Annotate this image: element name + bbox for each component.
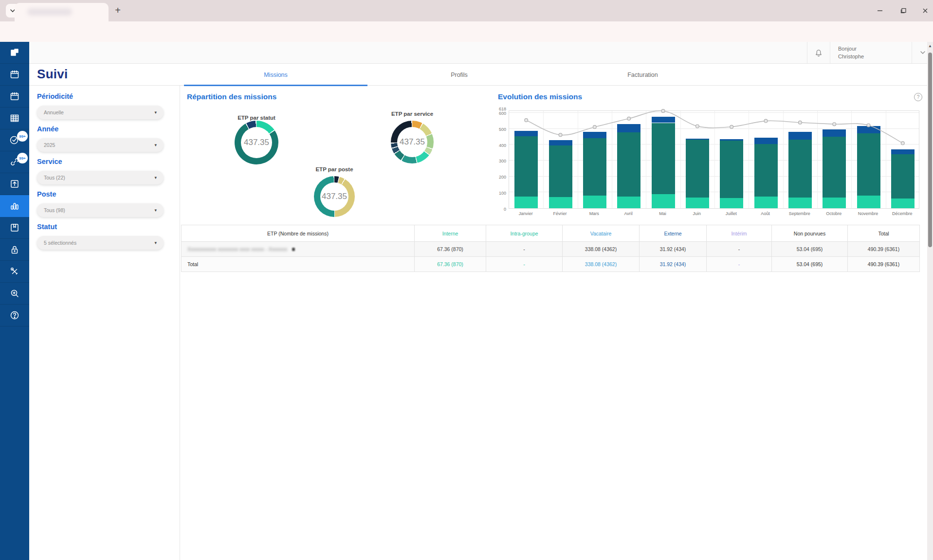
donut-chart-3[interactable]: 437.35 <box>314 176 355 217</box>
lock-icon <box>9 244 20 255</box>
donut-chart-1[interactable]: 437.35 <box>235 121 278 164</box>
sidebar-item-check-circle[interactable]: 99+ <box>0 129 29 151</box>
new-tab-button[interactable]: + <box>112 4 124 16</box>
donut-title-2: ETP par service <box>373 111 451 117</box>
browser-toolbar: ☆ ⋮ <box>0 21 933 42</box>
column-header-total: Total <box>847 225 919 241</box>
line-marker-juillet[interactable] <box>730 125 733 128</box>
sidebar-item-tools[interactable] <box>0 261 29 283</box>
notifications-cell[interactable] <box>807 42 830 63</box>
sidebar-item-bookmark[interactable] <box>0 217 29 239</box>
y-axis-label-200: 200 <box>488 175 506 180</box>
column-header-intra-groupe: Intra-groupe <box>486 225 562 241</box>
sidebar-item-bar-chart[interactable] <box>0 195 29 217</box>
sidebar-item-help[interactable] <box>0 305 29 326</box>
help-icon <box>9 309 20 321</box>
x-axis-label-avril: Avril <box>611 211 645 216</box>
line-marker-septembre[interactable] <box>798 121 802 124</box>
chevron-down-icon: ▾ <box>154 240 157 245</box>
chevron-down-icon: ▾ <box>154 208 157 213</box>
column-header-interne: Interne <box>414 225 486 241</box>
table-row: Xxxxxxxxxxx xxxxxxxx xxxx xxxxx - Xxxxxx… <box>182 241 919 256</box>
filter-value: Tous (22) <box>44 175 65 181</box>
filter-panel: PériodicitéAnnuelle▾Année2025▾ServiceTou… <box>29 86 180 560</box>
total-cell: 338.08 (4362) <box>562 256 639 271</box>
tab-missions[interactable]: Missions <box>184 64 367 86</box>
missions-table: ETP (Nombre de missions)InterneIntra-gro… <box>181 225 920 272</box>
browser-tab-strip: + <box>0 0 933 21</box>
sidebar-item-box-upload[interactable] <box>0 173 29 195</box>
chevron-down-icon: ▾ <box>154 110 157 115</box>
table-header-row: ETP (Nombre de missions)InterneIntra-gro… <box>182 225 919 241</box>
filter-value: 5 sélectionnés <box>44 240 76 246</box>
sidebar-item-calendar[interactable] <box>0 64 29 86</box>
column-header-non-pourvues: Non pourvues <box>771 225 847 241</box>
donut-chart-2[interactable]: 437.35 <box>391 121 434 163</box>
page-title: Suivi <box>37 67 68 82</box>
sidebar-item-spreadsheet[interactable] <box>0 108 29 129</box>
filter-dropdown-5[interactable]: 5 sélectionnés▾ <box>37 236 164 250</box>
y-axis-label-400: 400 <box>488 143 506 148</box>
column-header-externe: Externe <box>639 225 706 241</box>
donut-title-3: ETP par poste <box>295 166 373 172</box>
greeting: Bonjour Christophe <box>838 45 864 60</box>
chevron-down-icon: ▾ <box>154 143 157 147</box>
line-marker-octobre[interactable] <box>833 123 836 126</box>
filter-dropdown-3[interactable]: Tous (22)▾ <box>37 171 164 184</box>
calendar-icon <box>9 69 20 80</box>
line-marker-août[interactable] <box>764 119 768 123</box>
establishment-name-cell[interactable]: Xxxxxxxxxxx xxxxxxxx xxxx xxxxx - Xxxxxx… <box>182 241 414 256</box>
line-marker-mars[interactable] <box>593 126 596 129</box>
line-marker-juin[interactable] <box>695 125 699 128</box>
column-header-int-rim: Intérim <box>706 225 771 241</box>
sidebar-item-app-logo[interactable] <box>0 42 29 64</box>
sidebar-item-calendar-alt[interactable] <box>0 86 29 108</box>
tab-profils[interactable]: Profils <box>367 64 551 86</box>
window-close-icon[interactable] <box>918 4 933 17</box>
content-tabs: MissionsProfilsFacturation <box>184 64 734 86</box>
filter-dropdown-2[interactable]: 2025▾ <box>37 138 164 152</box>
table-cell: 490.39 (6361) <box>847 241 919 256</box>
app-sidebar: 99+99+ <box>0 42 29 560</box>
table-total-row: Total67.36 (870)-338.08 (4362)31.92 (434… <box>182 256 919 271</box>
scrollbar-up-arrow[interactable]: ▲ <box>928 44 932 48</box>
total-line-series <box>509 111 920 209</box>
line-marker-mai[interactable] <box>661 109 665 113</box>
total-label-cell: Total <box>182 256 414 271</box>
badge-count: 99+ <box>17 153 28 163</box>
tools-icon <box>9 266 20 277</box>
donut-center-value: 437.35 <box>241 127 272 158</box>
table-cell: - <box>706 241 771 256</box>
tab-facturation[interactable]: Facturation <box>551 64 734 86</box>
total-cell: 31.92 (434) <box>639 256 706 271</box>
title-bar: Suivi MissionsProfilsFacturation <box>29 64 933 86</box>
x-axis-label-janvier: Janvier <box>509 211 543 216</box>
x-axis-label-juin: Juin <box>680 211 714 216</box>
line-marker-avril[interactable] <box>627 117 631 120</box>
browser-tab[interactable] <box>15 3 109 21</box>
window-maximize-icon[interactable] <box>896 4 911 17</box>
x-axis-label-septembre: Septembre <box>783 211 817 216</box>
line-marker-novembre[interactable] <box>867 124 870 127</box>
filter-label-4: Poste <box>37 190 56 198</box>
scrollbar-thumb[interactable] <box>928 53 932 247</box>
sidebar-item-link[interactable]: 99+ <box>0 151 29 173</box>
sidebar-item-zoom-search[interactable] <box>0 283 29 305</box>
total-cell: 67.36 (870) <box>414 256 486 271</box>
sidebar-item-lock[interactable] <box>0 239 29 261</box>
line-marker-décembre[interactable] <box>901 142 904 145</box>
evolution-plot-area <box>509 110 919 209</box>
filter-label-3: Service <box>37 158 62 165</box>
greeting-line1: Bonjour <box>838 45 864 53</box>
badge-count: 99+ <box>17 131 28 142</box>
table-cell: - <box>486 241 562 256</box>
help-icon[interactable]: ? <box>914 93 922 101</box>
page-scrollbar[interactable]: ▲ <box>927 42 933 560</box>
filter-dropdown-1[interactable]: Annuelle▾ <box>37 106 164 119</box>
screen: + ☆ ⋮ 99+99+ Bonjour Christophe Suivi Mi… <box>0 0 933 560</box>
line-marker-février[interactable] <box>559 133 562 137</box>
window-minimize-icon[interactable] <box>873 4 887 17</box>
filter-dropdown-4[interactable]: Tous (98)▾ <box>37 203 164 217</box>
total-cell: - <box>486 256 562 271</box>
line-marker-janvier[interactable] <box>525 119 528 122</box>
